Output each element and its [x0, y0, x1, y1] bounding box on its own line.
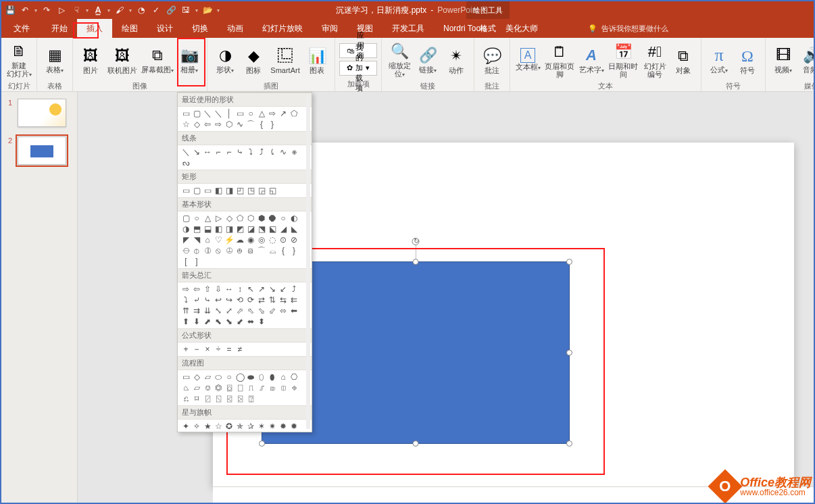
shape-item[interactable]: ⌒ [256, 245, 267, 256]
shape-item[interactable]: ⬅ [289, 305, 299, 316]
shape-item[interactable]: ⇊ [202, 305, 213, 316]
shape-item[interactable]: ⬉ [213, 316, 224, 327]
shape-item[interactable]: ↩ [213, 295, 224, 305]
shape-item[interactable]: ◐ [289, 213, 299, 224]
shape-item[interactable]: ✦ [180, 421, 191, 432]
shape-item[interactable]: ◣ [289, 224, 299, 234]
shape-item[interactable]: ▱ [202, 372, 213, 382]
shape-item[interactable]: ⇅ [267, 295, 278, 305]
shape-item[interactable]: ⬋ [234, 316, 245, 327]
new-slide-button[interactable]: 🗎新建 幻灯片 [5, 39, 32, 81]
shape-item[interactable]: + [180, 344, 191, 355]
shape-item[interactable]: ⎄ [267, 382, 278, 393]
shape-item[interactable]: ↗ [278, 108, 289, 119]
tab-insert[interactable]: 插入 [77, 19, 112, 38]
shape-item[interactable]: ⬈ [202, 316, 213, 327]
shape-item[interactable]: ⇦ [191, 284, 202, 295]
shape-item[interactable]: ⎕ [234, 382, 245, 393]
shape-item[interactable]: ⎌ [180, 393, 191, 404]
shape-item[interactable]: ⬯ [256, 372, 267, 382]
shape-item[interactable]: ◧ [213, 224, 224, 234]
shape-item[interactable]: ⚐ [202, 432, 213, 432]
shape-item[interactable]: ⏥ [191, 382, 202, 393]
header-footer-button[interactable]: 🗒页眉和页脚 [543, 39, 576, 81]
shape-item[interactable]: ☆ [180, 119, 191, 130]
video-button[interactable]: 🎞视频 [770, 39, 797, 81]
shape-item[interactable]: ⇄ [256, 295, 267, 305]
thumbnail-1[interactable]: 1 [18, 99, 70, 127]
shape-item[interactable]: ✹ [289, 421, 299, 432]
link-qat-icon[interactable]: 🔗 [165, 4, 177, 16]
shape-item[interactable]: ★ [202, 421, 213, 432]
shape-item[interactable]: ✶ [256, 421, 267, 432]
paint-icon[interactable]: 🖌 [114, 4, 126, 16]
shape-item[interactable]: ✪ [224, 421, 234, 432]
shape-item[interactable]: ⤴ [256, 147, 267, 157]
shape-item[interactable]: ⍄ [234, 393, 245, 404]
shape-item[interactable]: ⤵ [180, 295, 191, 305]
tab-file[interactable]: 文件 [1, 19, 42, 38]
photo-album-button[interactable]: 📷相册 [176, 39, 203, 81]
shape-item[interactable]: ⬢ [256, 213, 267, 224]
shape-item[interactable]: ⚐ [224, 432, 234, 432]
shape-item[interactable]: ⌑ [191, 393, 202, 404]
textbox-button[interactable]: A文本框 [514, 39, 541, 81]
shape-item[interactable]: ↪ [224, 295, 234, 305]
shape-item[interactable]: ⤴ [289, 284, 299, 295]
shape-item[interactable]: ⤹ [267, 147, 278, 157]
shape-item[interactable]: ⊘ [289, 234, 299, 245]
shape-item[interactable]: ○ [224, 372, 234, 382]
shape-item[interactable]: ✯ [234, 421, 245, 432]
shape-item[interactable]: ⍂ [213, 393, 224, 404]
shape-item[interactable]: ◱ [267, 185, 278, 196]
shape-item[interactable]: ⬠ [289, 108, 299, 119]
audio-button[interactable]: 🔊音频 [798, 39, 815, 81]
tab-slideshow[interactable]: 幻灯片放映 [253, 19, 312, 38]
shape-item[interactable]: ⚑ [191, 432, 202, 432]
shape-item[interactable]: ⍰ [245, 393, 256, 404]
shape-item[interactable]: ☆ [213, 421, 224, 432]
shape-item[interactable]: ≠ [234, 344, 245, 355]
object-button[interactable]: ⧉对象 [670, 39, 697, 81]
shape-item[interactable]: ⎆ [267, 432, 278, 432]
shape-item[interactable]: ⚡ [224, 234, 234, 245]
shape-item[interactable]: ⬂ [256, 305, 267, 316]
shape-item[interactable]: ⊙ [278, 234, 289, 245]
shape-item[interactable]: ▭ [180, 108, 191, 119]
shape-qat-icon[interactable]: ◔ [135, 4, 147, 16]
shape-item[interactable]: ↙ [278, 284, 289, 295]
shape-item[interactable]: ⬄ [278, 305, 289, 316]
shape-item[interactable]: ⎄ [245, 432, 256, 432]
shape-item[interactable]: ↕ [234, 284, 245, 295]
shape-item[interactable]: ▭ [180, 372, 191, 382]
shape-item[interactable]: ⇨ [213, 119, 224, 130]
tab-home[interactable]: 开始 [42, 19, 77, 38]
scrollbar[interactable] [306, 95, 310, 429]
shape-item[interactable]: ⟲ [234, 295, 245, 305]
shape-item[interactable]: ⤢ [224, 305, 234, 316]
shape-item[interactable]: ᔓ [180, 157, 191, 168]
redo-icon[interactable]: ↷ [41, 4, 53, 16]
shape-item[interactable]: ＼ [180, 147, 191, 157]
shape-item[interactable]: ⦹ [224, 245, 234, 256]
tab-design[interactable]: 设计 [147, 19, 182, 38]
comment-button[interactable]: 💬批注 [478, 39, 505, 81]
shape-item[interactable]: ↖ [245, 284, 256, 295]
shape-item[interactable]: × [202, 344, 213, 355]
thumbnail-2[interactable]: 2 [18, 136, 70, 165]
shape-item[interactable]: ⬃ [267, 305, 278, 316]
open-icon[interactable]: 📂 [201, 4, 214, 16]
handle-n[interactable] [413, 259, 419, 265]
chart-button[interactable]: 📊图表 [303, 39, 330, 81]
shape-item[interactable]: ⬕ [267, 224, 278, 234]
wordart-button[interactable]: A艺术字 [578, 39, 605, 81]
shape-item[interactable]: ⇩ [213, 284, 224, 295]
shape-item[interactable]: ⇦ [202, 119, 213, 130]
shape-item[interactable]: ⬍ [256, 316, 267, 327]
shape-item[interactable]: ⎊ [202, 382, 213, 393]
shape-item[interactable]: △ [256, 108, 267, 119]
font-icon[interactable]: A̲ [92, 4, 104, 16]
tab-format[interactable]: 格式 [466, 19, 510, 38]
handle-e[interactable] [566, 350, 572, 356]
shape-item[interactable]: ✸ [278, 421, 289, 432]
